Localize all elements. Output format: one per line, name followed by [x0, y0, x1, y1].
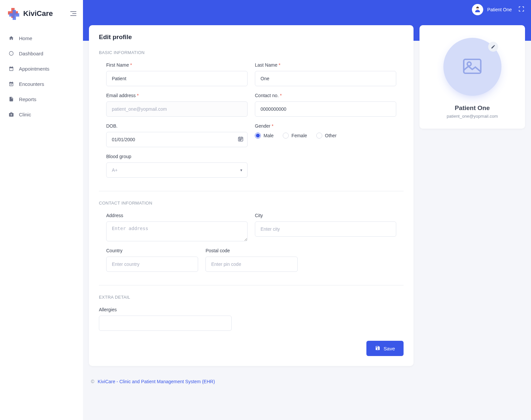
email-input[interactable]	[106, 101, 248, 117]
profile-name: Patient One	[455, 104, 490, 112]
sidebar-item-encounters[interactable]: Encounters	[0, 76, 83, 91]
first-name-label: First Name *	[106, 62, 248, 68]
radio-unchecked-icon	[283, 133, 289, 139]
sidebar-item-label: Appointments	[19, 66, 49, 72]
dob-input[interactable]	[106, 132, 248, 147]
logo[interactable]: KiviCare	[7, 7, 53, 21]
copyright-icon: ©	[91, 379, 94, 384]
profile-avatar	[443, 38, 501, 96]
file-icon	[8, 96, 14, 102]
section-extra-label: EXTRA DETAIL	[99, 295, 404, 300]
medkit-icon	[8, 111, 14, 117]
postal-label: Postal code	[205, 248, 297, 253]
brand-name: KiviCare	[23, 9, 53, 18]
sidebar-item-dashboard[interactable]: Dashboard	[0, 46, 83, 61]
city-input[interactable]	[255, 221, 396, 237]
avatar-icon	[472, 4, 483, 15]
pencil-icon	[491, 44, 495, 49]
save-icon	[375, 345, 380, 352]
gender-male-radio[interactable]: Male	[255, 133, 273, 139]
topbar: Patient One	[83, 0, 531, 19]
page-title: Edit profile	[99, 33, 404, 41]
svg-point-5	[239, 140, 240, 141]
sidebar: KiviCare Home Dashboard	[0, 0, 83, 420]
postal-input[interactable]	[205, 257, 297, 272]
home-icon	[8, 35, 14, 41]
sidebar-item-reports[interactable]: Reports	[0, 91, 83, 107]
svg-point-8	[467, 62, 471, 66]
section-basic-label: BASIC INFORMATION	[99, 50, 404, 55]
profile-email: patient_one@yopmail.com	[447, 114, 498, 119]
country-input[interactable]	[106, 257, 198, 272]
blood-group-select[interactable]: A+	[106, 162, 248, 178]
radio-checked-icon	[255, 133, 261, 139]
nav: Home Dashboard Appointments Encounters	[0, 30, 83, 122]
divider	[99, 285, 404, 285]
last-name-input[interactable]	[255, 71, 396, 86]
dob-label: DOB.	[106, 123, 248, 129]
footer-text: KiviCare - Clinic and Patient Management…	[98, 379, 215, 384]
calendar-icon	[8, 66, 14, 72]
menu-toggle-icon[interactable]	[70, 11, 76, 16]
gender-label: Gender *	[255, 123, 396, 129]
logo-icon	[7, 7, 21, 21]
city-label: City	[255, 213, 396, 218]
edit-avatar-button[interactable]	[488, 42, 498, 52]
sidebar-item-clinic[interactable]: Clinic	[0, 107, 83, 122]
svg-point-2	[239, 139, 240, 140]
svg-point-4	[241, 139, 242, 140]
svg-point-6	[240, 140, 241, 141]
sidebar-item-label: Reports	[19, 96, 37, 102]
blood-group-label: Blood group	[106, 154, 248, 159]
country-label: Country	[106, 248, 198, 253]
section-contact-label: CONTACT INFORMATION	[99, 201, 404, 206]
divider	[99, 191, 404, 191]
save-button[interactable]: Save	[366, 341, 404, 356]
gender-other-radio[interactable]: Other	[316, 133, 337, 139]
calendar-check-icon	[8, 81, 14, 87]
fullscreen-icon[interactable]	[518, 6, 524, 13]
address-label: Address	[106, 213, 248, 218]
gender-female-radio[interactable]: Female	[283, 133, 307, 139]
allergies-label: Allergies	[99, 307, 404, 312]
contact-input[interactable]	[255, 101, 396, 117]
first-name-input[interactable]	[106, 71, 248, 86]
image-placeholder-icon	[463, 58, 482, 76]
svg-point-3	[240, 139, 241, 140]
email-label: Email address *	[106, 93, 248, 98]
sidebar-item-appointments[interactable]: Appointments	[0, 61, 83, 76]
edit-profile-card: Edit profile BASIC INFORMATION First Nam…	[89, 25, 414, 366]
last-name-label: Last Name *	[255, 62, 396, 68]
user-menu[interactable]: Patient One	[472, 4, 512, 15]
allergies-input[interactable]	[99, 316, 232, 331]
sidebar-item-label: Dashboard	[19, 51, 43, 56]
sidebar-item-label: Encounters	[19, 81, 44, 87]
gauge-icon	[8, 50, 14, 56]
contact-label: Contact no. *	[255, 93, 396, 98]
sidebar-item-home[interactable]: Home	[0, 30, 83, 46]
sidebar-item-label: Home	[19, 35, 32, 41]
radio-unchecked-icon	[316, 133, 322, 139]
sidebar-item-label: Clinic	[19, 112, 31, 117]
user-display-name: Patient One	[487, 7, 512, 12]
address-input[interactable]	[106, 221, 248, 241]
profile-card: Patient One patient_one@yopmail.com	[419, 25, 525, 129]
footer: © KiviCare - Clinic and Patient Manageme…	[83, 374, 531, 389]
calendar-picker-icon[interactable]	[238, 136, 244, 143]
svg-rect-7	[464, 59, 481, 73]
